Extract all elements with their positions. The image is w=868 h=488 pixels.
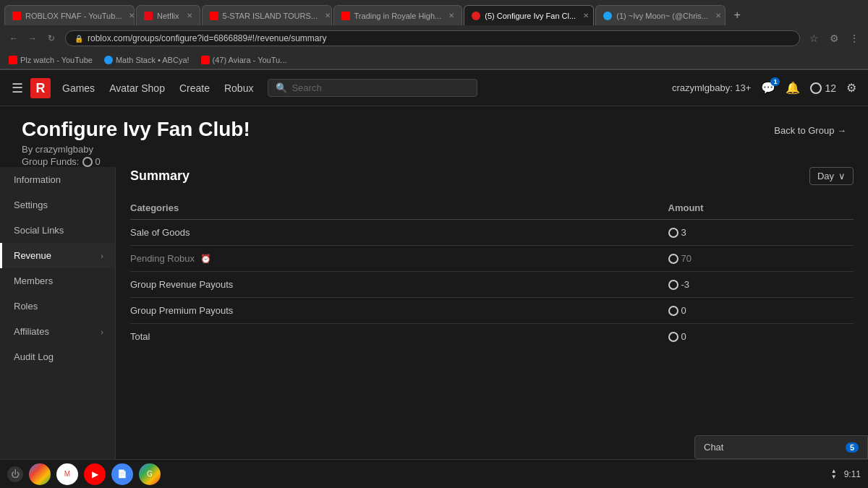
robux-display[interactable]: 12	[810, 82, 836, 94]
chat-widget[interactable]: Chat 5	[694, 435, 868, 459]
author-link[interactable]: crazymlgbaby	[35, 144, 93, 155]
amount-value-total: 0	[681, 331, 686, 342]
sidebar-item-information[interactable]: Information	[0, 167, 115, 192]
taskbar-search-icon[interactable]: G	[139, 463, 161, 485]
svg-text:R: R	[36, 81, 46, 95]
funds-label: Group Funds:	[22, 156, 80, 167]
table-row-total: Total 0	[130, 324, 854, 350]
extensions-icon[interactable]: ⚙	[826, 30, 842, 46]
tab-favicon-netflix	[144, 12, 153, 20]
chevron-right-icon: ›	[101, 252, 103, 260]
browser-menu-icon[interactable]: ⋮	[846, 30, 862, 46]
tab-twitter[interactable]: (1) ~Ivy Moon~ (@Chris... ✕	[595, 5, 726, 25]
sidebar-item-members[interactable]: Members	[0, 268, 115, 294]
username-label: crazymlgbaby: 13+	[672, 82, 751, 93]
nav-create-link[interactable]: Create	[179, 80, 210, 97]
back-to-group-link[interactable]: Back to Group →	[774, 125, 846, 136]
nav-robux-link[interactable]: Robux	[224, 80, 253, 97]
tab-favicon-yt	[210, 12, 218, 20]
tab-close-btn[interactable]: ✕	[448, 12, 454, 20]
amount-header: Amount	[668, 197, 854, 220]
search-placeholder-text: Search	[292, 82, 321, 93]
sidebar-label-members: Members	[14, 275, 53, 286]
robux-count: 12	[825, 82, 836, 94]
notifications-icon[interactable]: 🔔	[786, 81, 800, 95]
bookmark-aviara[interactable]: (47) Aviara - YouTu...	[198, 54, 290, 66]
messages-icon[interactable]: 💬 1	[761, 81, 775, 95]
tab-5star[interactable]: 5-STAR ISLAND TOURS... ✕	[202, 5, 332, 25]
amount-value-pending: 70	[681, 253, 692, 264]
tab-label: 5-STAR ISLAND TOURS...	[223, 12, 318, 20]
row-amount-sale-of-goods: 3	[668, 220, 854, 246]
amount-value-sale: 3	[681, 227, 686, 238]
chat-count-badge: 5	[846, 442, 859, 453]
page-header: Configure Ivy Fan Club! By crazymlgbaby …	[0, 106, 868, 167]
sidebar-item-social-links[interactable]: Social Links	[0, 218, 115, 243]
tab-close-btn[interactable]: ✕	[187, 12, 192, 20]
robux-icon-premium	[668, 306, 678, 316]
funds-value: 0	[95, 156, 101, 167]
day-dropdown-label: Day	[817, 171, 834, 181]
search-bar[interactable]: 🔍 Search	[268, 79, 477, 97]
sidebar-item-settings[interactable]: Settings	[0, 192, 115, 218]
table-row-revenue-payouts: Group Revenue Payouts -3	[130, 272, 854, 298]
nav-buttons: ← → ↻	[6, 30, 59, 46]
roblox-logo[interactable]: R	[30, 78, 51, 98]
chevron-right-icon-affiliates: ›	[101, 328, 103, 336]
nav-avatar-shop-link[interactable]: Avatar Shop	[109, 80, 165, 97]
tab-favicon-roblox	[472, 12, 480, 20]
chat-label: Chat	[704, 442, 723, 453]
tab-configure[interactable]: (5) Configure Ivy Fan Cl... ✕	[464, 5, 594, 25]
bookmark-math-stack[interactable]: Math Stack • ABCya!	[101, 54, 192, 66]
robux-icon-pending	[668, 254, 678, 264]
bookmark-star-icon[interactable]: ☆	[806, 30, 822, 46]
sidebar-item-roles[interactable]: Roles	[0, 294, 115, 319]
search-icon: 🔍	[276, 82, 287, 93]
lock-icon: 🔒	[75, 35, 83, 43]
hamburger-menu-icon[interactable]: ☰	[12, 80, 23, 96]
tab-close-btn[interactable]: ✕	[583, 12, 589, 20]
row-label-premium-payouts: Group Premium Payouts	[130, 298, 668, 324]
page-title: Configure Ivy Fan Club!	[22, 118, 250, 141]
taskbar-gmail-icon[interactable]: M	[56, 463, 78, 485]
browser-actions: ☆ ⚙ ⋮	[806, 30, 862, 46]
tab-trading[interactable]: Trading in Royale High... ✕	[333, 5, 463, 25]
taskbar-power-button[interactable]: ⏻	[7, 466, 23, 482]
amount-value-payouts: -3	[681, 279, 690, 290]
forward-button[interactable]: →	[25, 30, 41, 46]
back-button[interactable]: ←	[6, 30, 22, 46]
sidebar-item-audit-log[interactable]: Audit Log	[0, 344, 115, 369]
row-label-revenue-payouts: Group Revenue Payouts	[130, 272, 668, 298]
settings-icon[interactable]: ⚙	[846, 81, 856, 95]
tab-close-btn[interactable]: ✕	[715, 12, 721, 20]
tab-netflix[interactable]: Netflix ✕	[136, 5, 200, 25]
taskbar-arrows: ▲ ▼	[831, 468, 837, 480]
url-text: roblox.com/groups/configure?id=6866889#!…	[88, 33, 327, 43]
nav-games-link[interactable]: Games	[62, 80, 95, 97]
sidebar-label-settings: Settings	[14, 200, 48, 210]
sidebar-item-affiliates[interactable]: Affiliates ›	[0, 319, 115, 344]
new-tab-button[interactable]: +	[727, 5, 747, 25]
tab-label: Netflix	[157, 12, 179, 20]
tab-close-btn[interactable]: ✕	[129, 12, 135, 20]
nav-links: Games Avatar Shop Create Robux	[62, 80, 253, 97]
taskbar-youtube-icon[interactable]: ▶	[84, 463, 106, 485]
tab-label: Trading in Royale High...	[354, 12, 442, 20]
bookmark-plz-watch[interactable]: Plz watch - YouTube	[6, 54, 95, 66]
refresh-button[interactable]: ↻	[43, 30, 59, 46]
tab-roblox-fnaf[interactable]: ROBLOX FNAF - YouTub... ✕	[4, 5, 135, 25]
sidebar-label-roles: Roles	[14, 301, 38, 312]
tab-close-btn[interactable]: ✕	[325, 12, 331, 20]
row-label-pending-robux: Pending Robux ⏰	[130, 246, 668, 272]
message-badge: 1	[770, 77, 780, 86]
sidebar-label-social-links: Social Links	[14, 225, 64, 236]
url-bar[interactable]: 🔒 roblox.com/groups/configure?id=6866889…	[65, 30, 800, 46]
summary-table: Categories Amount Sale of Goods 3	[130, 197, 854, 349]
sidebar-item-revenue[interactable]: Revenue ›	[0, 243, 115, 268]
tab-favicon-youtube	[12, 12, 21, 20]
robux-icon-payouts	[668, 280, 678, 290]
taskbar-docs-icon[interactable]: 📄	[111, 463, 133, 485]
taskbar-chrome-icon[interactable]	[29, 463, 51, 485]
bookmark-favicon-yt	[9, 56, 17, 64]
day-dropdown[interactable]: Day ∨	[809, 167, 854, 185]
